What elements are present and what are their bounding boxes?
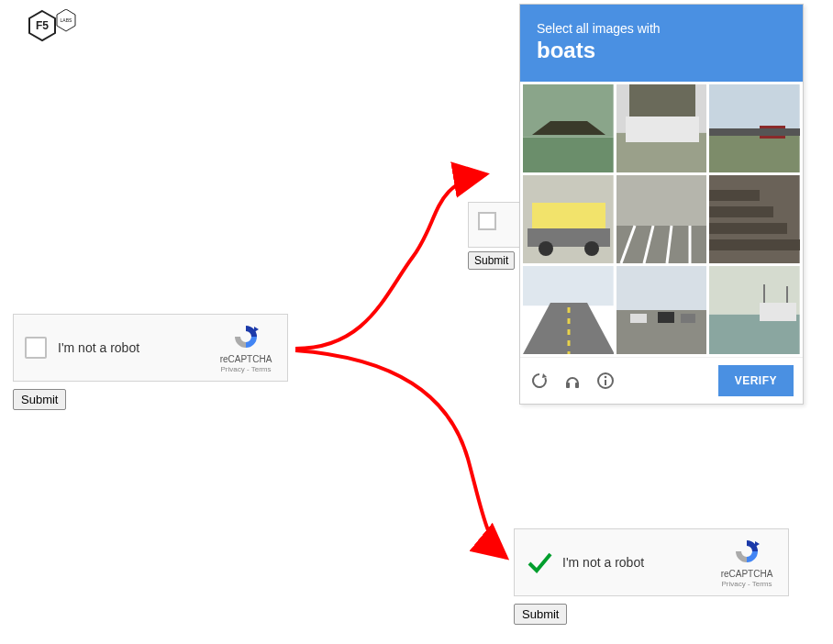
- recaptcha-branding: reCAPTCHA Privacy - Terms: [715, 538, 779, 588]
- arrow-to-verified: [295, 350, 506, 558]
- challenge-footer: VERIFY: [520, 357, 803, 404]
- svg-point-19: [539, 241, 553, 256]
- challenge-prompt: Select all images with: [537, 21, 786, 36]
- challenge-tile[interactable]: [709, 84, 800, 172]
- recaptcha-privacy-terms[interactable]: Privacy - Terms: [722, 580, 772, 588]
- recaptcha-checkbox[interactable]: [478, 212, 496, 230]
- challenge-image-grid: [520, 82, 803, 357]
- svg-rect-30: [709, 206, 773, 217]
- verify-button[interactable]: VERIFY: [718, 365, 794, 396]
- svg-rect-28: [709, 239, 800, 250]
- challenge-tile[interactable]: [709, 266, 800, 354]
- challenge-tile[interactable]: [523, 266, 614, 354]
- svg-rect-31: [709, 190, 760, 201]
- submit-button[interactable]: Submit: [13, 389, 66, 410]
- info-icon[interactable]: [595, 371, 616, 391]
- svg-rect-12: [709, 84, 800, 128]
- recaptcha-initial-state: I'm not a robot reCAPTCHA Privacy - Term…: [13, 314, 288, 410]
- reload-icon[interactable]: [529, 371, 550, 391]
- svg-rect-18: [528, 228, 610, 247]
- recaptcha-widget-unchecked: I'm not a robot reCAPTCHA Privacy - Term…: [13, 314, 288, 382]
- challenge-target: boats: [537, 38, 786, 63]
- challenge-header: Select all images with boats: [520, 5, 803, 82]
- checkmark-icon: [526, 549, 553, 576]
- svg-rect-17: [532, 203, 605, 230]
- svg-rect-15: [709, 128, 800, 136]
- challenge-tile[interactable]: [616, 266, 707, 354]
- svg-rect-46: [566, 383, 570, 388]
- svg-rect-32: [523, 266, 614, 305]
- submit-button[interactable]: Submit: [514, 604, 567, 625]
- svg-rect-29: [709, 223, 787, 234]
- svg-text:F5: F5: [36, 19, 49, 32]
- recaptcha-brand-name: reCAPTCHA: [721, 569, 773, 579]
- svg-rect-38: [658, 312, 674, 323]
- recaptcha-logo-icon: [733, 538, 761, 567]
- challenge-tile[interactable]: [709, 175, 800, 263]
- svg-rect-39: [681, 314, 695, 323]
- recaptcha-logo-icon: [232, 323, 260, 352]
- svg-marker-45: [542, 373, 547, 378]
- challenge-tile[interactable]: [523, 84, 614, 172]
- svg-rect-50: [605, 380, 606, 385]
- recaptcha-widget-checked: I'm not a robot reCAPTCHA Privacy - Term…: [514, 528, 789, 596]
- f5-labs-logo: F5 LABS: [26, 9, 83, 51]
- challenge-tile[interactable]: [616, 175, 707, 263]
- recaptcha-branding: reCAPTCHA Privacy - Terms: [214, 323, 278, 373]
- recaptcha-verified-state: I'm not a robot reCAPTCHA Privacy - Term…: [514, 528, 789, 625]
- svg-marker-4: [254, 327, 259, 332]
- svg-rect-11: [629, 84, 695, 117]
- svg-rect-10: [626, 117, 699, 142]
- svg-rect-35: [616, 266, 707, 310]
- audio-icon[interactable]: [562, 371, 583, 391]
- challenge-tile[interactable]: [616, 84, 707, 172]
- svg-rect-22: [616, 226, 707, 263]
- svg-marker-51: [755, 541, 760, 547]
- submit-button[interactable]: Submit: [468, 251, 515, 270]
- svg-rect-47: [575, 383, 579, 388]
- recaptcha-privacy-terms[interactable]: Privacy - Terms: [221, 365, 272, 373]
- recaptcha-brand-name: reCAPTCHA: [220, 354, 272, 364]
- recaptcha-label: I'm not a robot: [58, 340, 214, 355]
- svg-point-49: [605, 376, 607, 379]
- svg-rect-42: [760, 303, 796, 321]
- recaptcha-image-challenge: Select all images with boats VERIFY: [519, 4, 804, 405]
- challenge-tile[interactable]: [523, 175, 614, 263]
- svg-rect-37: [630, 314, 647, 323]
- recaptcha-label: I'm not a robot: [562, 555, 715, 570]
- svg-text:LABS: LABS: [61, 17, 72, 23]
- recaptcha-checkbox[interactable]: [25, 337, 47, 359]
- svg-rect-6: [523, 138, 614, 172]
- svg-point-20: [584, 241, 599, 256]
- arrow-to-challenge: [295, 174, 486, 349]
